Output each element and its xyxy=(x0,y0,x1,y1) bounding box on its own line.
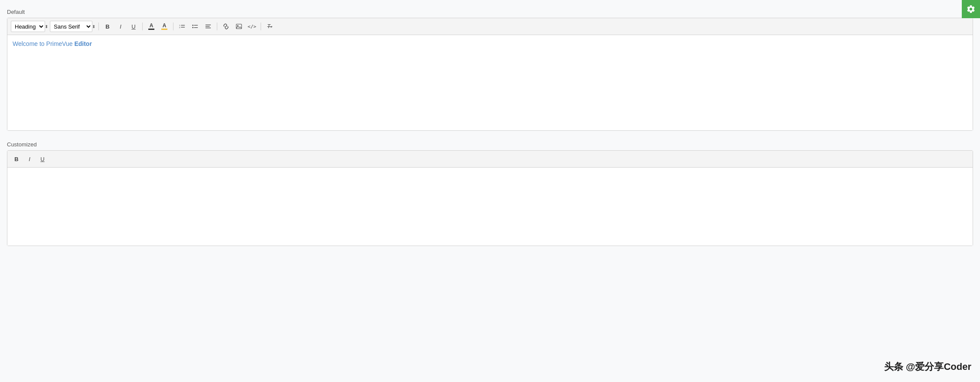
font-color-icon: A xyxy=(148,23,154,30)
ordered-list-button[interactable]: 1. 2. xyxy=(176,21,188,32)
highlight-color-icon: A xyxy=(161,23,167,30)
clear-formatting-button[interactable]: Tx xyxy=(264,21,275,32)
gear-icon xyxy=(966,4,976,14)
align-icon xyxy=(205,23,211,29)
svg-rect-12 xyxy=(236,24,242,29)
customized-editor-container: B I U xyxy=(7,150,973,246)
svg-point-6 xyxy=(192,27,193,28)
customized-underline-button[interactable]: U xyxy=(37,153,48,165)
svg-point-4 xyxy=(192,25,193,26)
link-button[interactable] xyxy=(220,21,232,32)
default-editor-container: Heading Normal H1 H2 H3 ⬍ Sans Serif Ser… xyxy=(7,18,973,131)
bold-button[interactable]: B xyxy=(102,21,113,32)
italic-button[interactable]: I xyxy=(115,21,126,32)
default-section-label: Default xyxy=(7,9,973,15)
toolbar-divider-4 xyxy=(217,23,217,30)
link-icon xyxy=(223,23,229,29)
toolbar-divider-1 xyxy=(98,23,99,30)
editor-text-before-bold: Welcome to PrimeVue xyxy=(13,40,74,47)
svg-text:2.: 2. xyxy=(179,26,181,29)
customized-editor-body[interactable] xyxy=(7,168,973,246)
svg-point-13 xyxy=(237,25,238,26)
default-toolbar: Heading Normal H1 H2 H3 ⬍ Sans Serif Ser… xyxy=(7,18,973,35)
toolbar-divider-5 xyxy=(261,23,261,30)
customized-bold-button[interactable]: B xyxy=(11,153,22,165)
gear-button[interactable] xyxy=(962,0,980,18)
heading-select[interactable]: Heading Normal H1 H2 H3 xyxy=(11,21,45,32)
svg-line-11 xyxy=(225,26,227,27)
font-select[interactable]: Sans Serif Serif Monospace xyxy=(50,21,92,32)
code-button[interactable]: </> xyxy=(246,21,258,32)
default-editor-content: Welcome to PrimeVue Editor xyxy=(13,39,967,49)
unordered-list-button[interactable] xyxy=(189,21,201,32)
image-icon xyxy=(236,23,242,29)
unordered-list-icon xyxy=(192,23,198,29)
toolbar-divider-2 xyxy=(142,23,143,30)
image-button[interactable] xyxy=(233,21,245,32)
editor-text-bold: Editor xyxy=(74,40,91,47)
customized-toolbar: B I U xyxy=(7,151,973,168)
default-section: Default Heading Normal H1 H2 H3 ⬍ Sa xyxy=(7,9,973,131)
ordered-list-icon: 1. 2. xyxy=(179,23,185,29)
customized-section-label: Customized xyxy=(7,141,973,148)
default-editor-body[interactable]: Welcome to PrimeVue Editor xyxy=(7,35,973,130)
align-button[interactable] xyxy=(203,21,214,32)
font-select-arrow: ⬍ xyxy=(92,24,95,29)
heading-select-arrow: ⬍ xyxy=(45,24,48,29)
customized-section: Customized B I U xyxy=(7,141,973,246)
font-color-button[interactable]: A xyxy=(146,21,157,32)
underline-button[interactable]: U xyxy=(128,21,139,32)
watermark: 头条 @爱分享Coder xyxy=(884,360,971,373)
toolbar-divider-3 xyxy=(173,23,173,30)
highlight-color-button[interactable]: A xyxy=(159,21,170,32)
customized-italic-button[interactable]: I xyxy=(24,153,35,165)
